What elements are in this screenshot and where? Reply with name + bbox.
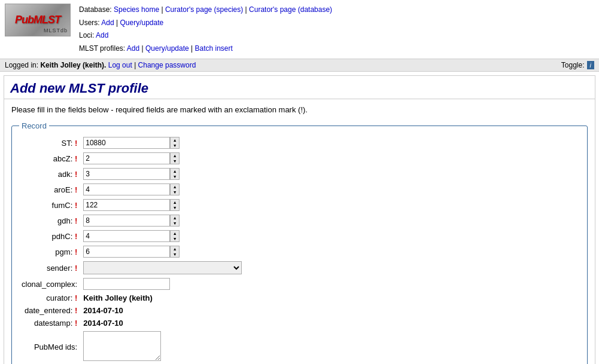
page-title: Add new MLST profile [10,81,589,96]
pdhc-down-button[interactable]: ▼ [171,236,179,241]
gdh-down-button[interactable]: ▼ [171,221,179,226]
mlst-query-link[interactable]: Query/update [145,44,189,53]
st-down-button[interactable]: ▼ [171,143,179,148]
adk-input[interactable] [83,168,170,180]
abcz-label: abcZ: ! [19,151,81,166]
toggle-i-button[interactable]: i [587,61,594,69]
table-row: pdhC: ! ▲ ▼ [19,228,244,244]
pdhc-label: pdhC: ! [19,228,81,244]
clonal-complex-field [81,276,244,292]
loci-add-link[interactable]: Add [96,31,108,39]
aroe-down-button[interactable]: ▼ [171,189,179,195]
species-home-link[interactable]: Species home [114,5,159,14]
pgm-spinner-arrows: ▲ ▼ [170,246,180,258]
loci-label: Loci: [79,31,94,39]
fumc-up-button[interactable]: ▲ [171,200,179,205]
pdhc-input[interactable] [83,230,170,242]
curator-database-link[interactable]: Curator's page (database) [249,5,332,14]
pdhc-field: ▲ ▼ [81,228,244,244]
table-row: datestamp: ! 2014-07-10 [19,317,244,329]
aroe-required: ! [75,185,77,194]
pgm-field: ▲ ▼ [81,244,244,259]
clonal-complex-input[interactable] [83,278,170,290]
pgm-up-button[interactable]: ▲ [171,246,179,252]
date-entered-label: date_entered: ! [19,304,81,317]
aroe-spinner-group: ▲ ▼ [83,183,242,195]
logo-text: PubMLST [15,14,60,26]
st-label: ST: ! [19,135,81,151]
users-label: Users: [79,19,100,27]
table-row: date_entered: ! 2014-07-10 [19,304,244,317]
logout-link[interactable]: Log out [108,61,132,69]
clonal-complex-label: clonal_complex: [19,276,81,292]
adk-spinner-arrows: ▲ ▼ [170,168,180,180]
pdhc-required: ! [75,232,77,241]
table-row: adk: ! ▲ ▼ [19,166,244,182]
sender-select[interactable] [83,261,242,274]
abcz-input[interactable] [83,152,170,164]
datestamp-value: 2014-07-10 [83,319,123,328]
adk-up-button[interactable]: ▲ [171,169,179,174]
fumc-down-button[interactable]: ▼ [171,205,179,210]
gdh-input[interactable] [83,215,170,227]
gdh-label: gdh: ! [19,213,81,228]
aroe-up-button[interactable]: ▲ [171,184,179,189]
curator-value: Keith Jolley (keith) [83,293,153,302]
nav-info: Database: Species home | Curator's page … [79,4,594,55]
users-add-link[interactable]: Add [101,19,114,27]
database-nav: Database: Species home | Curator's page … [79,4,594,17]
fumc-input[interactable] [83,199,170,211]
adk-field: ▲ ▼ [81,166,244,182]
adk-down-button[interactable]: ▼ [171,174,179,179]
pgm-spinner-group: ▲ ▼ [83,246,242,258]
loci-nav: Loci: Add [79,29,594,42]
table-row: abcZ: ! ▲ ▼ [19,151,244,166]
aroe-field: ▲ ▼ [81,182,244,197]
abcz-up-button[interactable]: ▲ [171,153,179,158]
toggle-area: Toggle: i [561,61,594,69]
fumc-label: fumC: ! [19,197,81,213]
st-input[interactable] [83,137,170,149]
pubmed-field [81,329,244,364]
page-header: PubMLST MLSTdb Database: Species home | … [0,0,599,59]
gdh-required: ! [75,216,77,225]
mlst-label: MLST profiles: [79,44,125,53]
aroe-input[interactable] [83,183,170,195]
table-row: pgm: ! ▲ ▼ [19,244,244,259]
pubmed-label: PubMed ids: [19,329,81,364]
change-password-link[interactable]: Change password [138,61,196,69]
pdhc-up-button[interactable]: ▲ [171,231,179,236]
abcz-spinner-group: ▲ ▼ [83,152,242,164]
table-row: fumC: ! ▲ ▼ [19,197,244,213]
curator-species-link[interactable]: Curator's page (species) [165,5,243,14]
st-up-button[interactable]: ▲ [171,137,179,143]
gdh-up-button[interactable]: ▲ [171,215,179,221]
gdh-field: ▲ ▼ [81,213,244,228]
database-label: Database: [79,5,112,14]
logged-in-label: Logged in: [5,61,40,69]
fumc-spinner-group: ▲ ▼ [83,199,242,211]
datestamp-field: 2014-07-10 [81,317,244,329]
abcz-down-button[interactable]: ▼ [171,158,179,164]
pgm-down-button[interactable]: ▼ [171,252,179,257]
pubmlst-logo: PubMLST MLSTdb [5,4,71,36]
adk-required: ! [75,170,77,179]
abcz-spinner-arrows: ▲ ▼ [170,152,180,164]
mlst-add-link[interactable]: Add [127,44,139,53]
mlst-batch-link[interactable]: Batch insert [194,44,232,53]
login-info: Logged in: Keith Jolley (keith). Log out… [5,61,196,69]
page-title-bar: Add new MLST profile [4,76,595,99]
pdhc-spinner-group: ▲ ▼ [83,230,242,242]
record-legend: Record [19,121,49,130]
gdh-spinner-arrows: ▲ ▼ [170,215,180,227]
datestamp-label: datestamp: ! [19,317,81,329]
login-bar: Logged in: Keith Jolley (keith). Log out… [0,59,599,72]
adk-label: adk: ! [19,166,81,182]
sender-label: sender: ! [19,259,81,276]
pubmed-textarea[interactable] [83,331,161,361]
table-row: PubMed ids: [19,329,244,364]
users-query-link[interactable]: Query/update [120,19,164,27]
pgm-input[interactable] [83,246,170,258]
abcz-required: ! [75,154,77,163]
table-row: ST: ! ▲ ▼ [19,135,244,151]
